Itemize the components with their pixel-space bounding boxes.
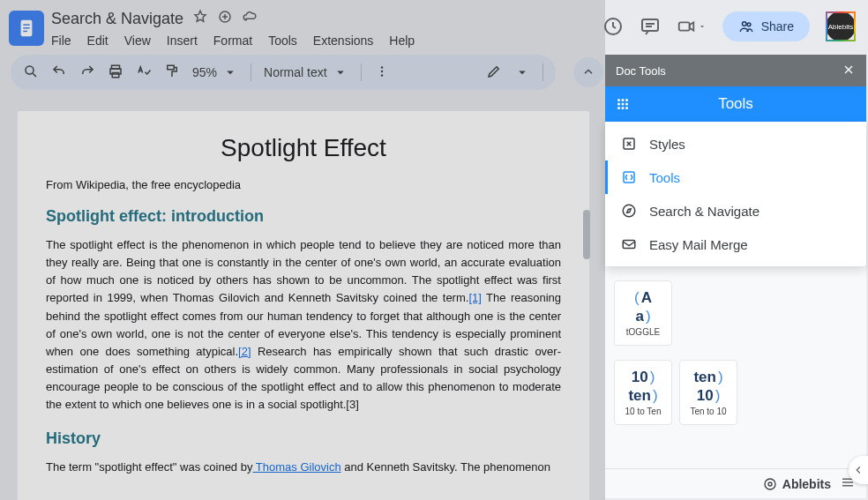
tool-cards-row2: 10) ten) 10 to Ten ten) 10) Ten to 10 — [605, 360, 866, 439]
paragraph-intro: The spotlight effect is the phenomenon i… — [46, 236, 561, 414]
styles-icon — [621, 136, 637, 152]
svg-rect-5 — [642, 19, 658, 31]
history-icon[interactable] — [602, 16, 624, 37]
zoom-dropdown[interactable]: 95% — [192, 64, 238, 80]
sidebar-item-mail-merge[interactable]: Easy Mail Merge — [605, 228, 866, 261]
close-icon[interactable] — [842, 63, 856, 79]
sidebar-header-title: Doc Tools — [616, 64, 666, 78]
svg-point-23 — [617, 107, 620, 109]
svg-point-30 — [765, 479, 775, 489]
svg-point-22 — [625, 103, 628, 106]
citation-link-1[interactable]: [1] — [468, 291, 481, 304]
menu-view[interactable]: View — [124, 34, 151, 48]
menu-format[interactable]: Format — [213, 34, 252, 48]
menu-extensions[interactable]: Extensions — [313, 34, 373, 48]
svg-point-24 — [622, 107, 625, 109]
paragraph-style-value: Normal text — [264, 65, 327, 79]
doc-subtitle: From Wikipedia, the free encyclopedia — [46, 178, 561, 191]
top-bar: Search & Navigate File Edit View Insert … — [0, 0, 868, 55]
svg-point-31 — [768, 482, 772, 486]
sidebar-dropdown-list: Styles Tools Search & Navigate Easy Mail… — [605, 122, 866, 266]
card-ten-to-10[interactable]: ten) 10) Ten to 10 — [679, 360, 737, 425]
menu-insert[interactable]: Insert — [167, 34, 198, 48]
tool-cards: (A a) tOGGLE — [605, 266, 866, 360]
menu-file[interactable]: File — [51, 34, 71, 48]
menu-tools[interactable]: Tools — [268, 34, 297, 48]
scrollbar-thumb[interactable] — [583, 210, 590, 259]
paint-format-icon[interactable] — [164, 63, 180, 82]
editing-mode-icon[interactable] — [486, 63, 502, 82]
section-heading-history: History — [46, 429, 561, 448]
redo-icon[interactable] — [79, 63, 95, 82]
sidebar-item-search-navigate[interactable]: Search & Navigate — [605, 194, 866, 228]
collapse-toolbar-icon[interactable] — [573, 57, 603, 87]
sidebar-item-label: Easy Mail Merge — [649, 237, 748, 252]
svg-rect-2 — [23, 27, 29, 28]
toolbar-separator — [361, 63, 362, 81]
sidebar-item-label: Search & Navigate — [649, 204, 760, 219]
svg-point-7 — [742, 22, 746, 26]
sidebar-title-bar: Tools — [605, 86, 866, 122]
brand-link[interactable]: Ablebits — [763, 477, 831, 491]
comments-icon[interactable] — [640, 16, 661, 37]
paragraph-history: The term "spotlight effect" was coined b… — [46, 459, 561, 476]
share-button[interactable]: Share — [722, 11, 810, 41]
more-toolbar-icon[interactable] — [374, 63, 390, 82]
undo-icon[interactable] — [51, 63, 67, 82]
move-icon[interactable] — [217, 9, 233, 28]
caret-down-icon — [514, 64, 530, 80]
account-avatar[interactable]: Ablebits — [826, 11, 856, 41]
mail-icon — [621, 236, 637, 252]
svg-point-21 — [622, 103, 625, 106]
brand-label: Ablebits — [782, 477, 831, 491]
sidebar-item-styles[interactable]: Styles — [605, 127, 866, 160]
search-icon[interactable] — [23, 63, 39, 82]
svg-rect-29 — [623, 241, 635, 249]
card-label: Ten to 10 — [690, 407, 726, 416]
svg-rect-13 — [168, 65, 175, 70]
meet-button[interactable] — [677, 17, 707, 36]
card-toggle-case[interactable]: (A a) tOGGLE — [614, 280, 672, 346]
citation-link-2[interactable]: [2] — [238, 345, 251, 358]
top-right-actions: Share Ablebits — [602, 7, 859, 46]
menu-edit[interactable]: Edit — [87, 34, 108, 48]
tools-icon — [621, 169, 637, 185]
app-grid-icon[interactable] — [612, 93, 633, 115]
cloud-status-icon[interactable] — [242, 9, 258, 28]
compass-icon — [621, 203, 637, 219]
svg-rect-3 — [23, 31, 27, 32]
person-link[interactable]: Thomas Gilovich — [252, 460, 340, 474]
paragraph-style-dropdown[interactable]: Normal text — [264, 64, 348, 80]
sidebar-item-label: Styles — [649, 137, 685, 152]
spellcheck-icon[interactable] — [136, 63, 152, 82]
svg-rect-1 — [23, 24, 29, 25]
docs-logo-icon[interactable] — [9, 11, 44, 46]
toolbar-separator — [542, 63, 543, 81]
menu-bar: File Edit View Insert Format Tools Exten… — [51, 34, 602, 48]
svg-point-28 — [623, 205, 635, 217]
card-label: 10 to Ten — [625, 407, 662, 416]
svg-point-9 — [26, 66, 34, 74]
svg-point-19 — [625, 99, 628, 101]
star-icon[interactable] — [192, 9, 208, 28]
toolbar: 95% Normal text — [11, 55, 556, 90]
svg-point-18 — [622, 99, 625, 101]
svg-point-17 — [617, 99, 620, 101]
toolbar-separator — [251, 63, 251, 81]
print-icon[interactable] — [108, 63, 123, 82]
share-label: Share — [761, 19, 794, 34]
sidebar-item-tools[interactable]: Tools — [605, 160, 866, 194]
brand-icon — [763, 477, 777, 491]
sidebar-header: Doc Tools — [605, 55, 866, 86]
svg-point-15 — [380, 70, 382, 71]
sidebar-footer: Ablebits — [605, 468, 866, 498]
svg-point-25 — [625, 107, 628, 109]
menu-help[interactable]: Help — [389, 34, 415, 48]
svg-rect-6 — [678, 22, 689, 30]
document-title[interactable]: Search & Navigate — [51, 10, 183, 28]
doc-h1: Spotlight Effect — [46, 134, 561, 162]
svg-point-20 — [617, 103, 620, 106]
card-10-to-ten[interactable]: 10) ten) 10 to Ten — [614, 360, 672, 425]
sidebar-title-label: Tools — [718, 95, 753, 113]
document-page[interactable]: Spotlight Effect From Wikipedia, the fre… — [18, 111, 589, 500]
